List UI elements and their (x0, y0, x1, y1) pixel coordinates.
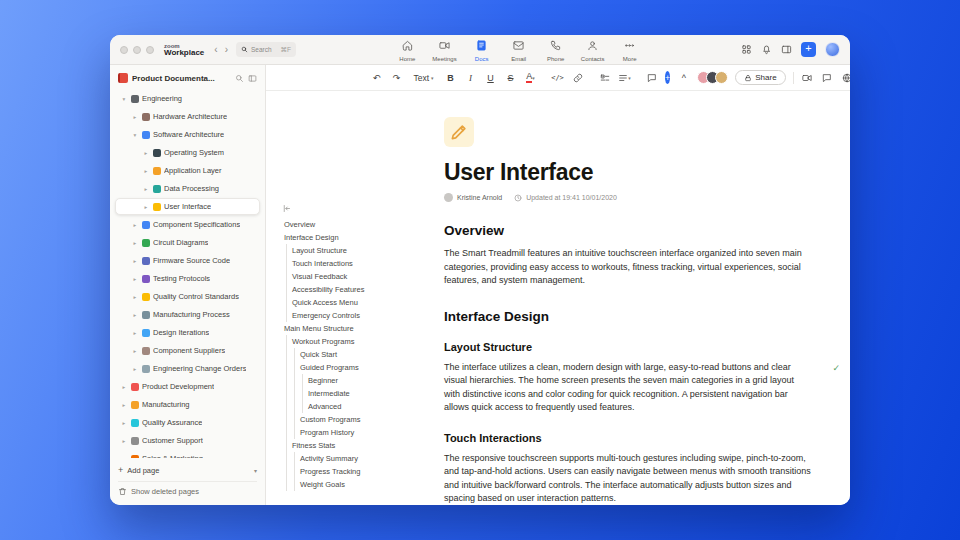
back-button[interactable]: ‹ (214, 44, 217, 55)
checklist-button[interactable] (598, 70, 611, 86)
chevron-right-icon[interactable]: ▸ (131, 222, 139, 228)
tree-item-product-development[interactable]: ▸Product Development (115, 378, 260, 395)
comment-button[interactable] (645, 70, 658, 86)
redo-button[interactable]: ↷ (390, 70, 403, 86)
show-deleted-pages-button[interactable]: Show deleted pages (118, 481, 257, 497)
outline-item-workout-programs[interactable]: Workout Programs (282, 335, 426, 348)
nav-email[interactable]: Email (507, 37, 531, 62)
tree-item-operating-system[interactable]: ▸Operating System (115, 144, 260, 161)
doc-paragraph[interactable]: The responsive touchscreen supports mult… (444, 452, 812, 506)
comments-panel-button[interactable] (821, 70, 834, 86)
outline-item-fitness-stats[interactable]: Fitness Stats (282, 439, 426, 452)
notifications-bell-icon[interactable] (761, 44, 772, 55)
close-window-button[interactable] (120, 46, 128, 54)
new-item-button[interactable]: + (801, 42, 816, 57)
chevron-down-icon[interactable]: ▾ (131, 132, 139, 138)
italic-button[interactable]: I (464, 70, 477, 86)
outline-item-accessibility-features[interactable]: Accessibility Features (282, 283, 426, 296)
chevron-right-icon[interactable]: ▸ (142, 186, 150, 192)
outline-item-intermediate[interactable]: Intermediate (282, 387, 426, 400)
outline-item-main-menu-structure[interactable]: Main Menu Structure (282, 322, 426, 335)
bold-button[interactable]: B (444, 70, 457, 86)
nav-more[interactable]: More (618, 37, 642, 62)
minimize-window-button[interactable] (133, 46, 141, 54)
tree-item-software-architecture[interactable]: ▾Software Architecture (115, 126, 260, 143)
maximize-window-button[interactable] (146, 46, 154, 54)
chevron-right-icon[interactable]: ▸ (142, 150, 150, 156)
outline-item-interface-design[interactable]: Interface Design (282, 231, 426, 244)
tree-item-engineering[interactable]: ▾Engineering (115, 90, 260, 107)
tree-item-sales-marketing[interactable]: ▸Sales & Marketing (115, 450, 260, 458)
outline-item-weight-goals[interactable]: Weight Goals (282, 478, 426, 491)
forward-button[interactable]: › (225, 44, 228, 55)
chevron-right-icon[interactable]: ▸ (142, 204, 150, 210)
doc-paragraph[interactable]: The Smart Treadmill features an intuitiv… (444, 247, 812, 288)
code-button[interactable]: </> (551, 70, 564, 86)
doc-heading-layout-structure[interactable]: Layout Structure (444, 341, 814, 353)
tree-item-component-suppliers[interactable]: ▸Component Suppliers (115, 342, 260, 359)
outline-item-activity-summary[interactable]: Activity Summary (282, 452, 426, 465)
chevron-right-icon[interactable]: ▸ (120, 420, 128, 426)
language-globe-button[interactable] (841, 70, 850, 86)
outline-item-progress-tracking[interactable]: Progress Tracking (282, 465, 426, 478)
chevron-right-icon[interactable]: ▸ (131, 294, 139, 300)
tree-item-engineering-change-orders[interactable]: ▸Engineering Change Orders (115, 360, 260, 377)
chevron-right-icon[interactable]: ▸ (131, 312, 139, 318)
chevron-right-icon[interactable]: ▸ (131, 330, 139, 336)
outline-item-emergency-controls[interactable]: Emergency Controls (282, 309, 426, 322)
chevron-right-icon[interactable]: ▸ (120, 402, 128, 408)
user-avatar[interactable] (825, 42, 840, 57)
doc-editor[interactable]: User Interface Kristine Arnold Updated a… (426, 91, 850, 505)
page-emoji-pencil-icon[interactable] (444, 117, 474, 147)
outline-item-visual-feedback[interactable]: Visual Feedback (282, 270, 426, 283)
collapse-toolbar-button[interactable]: ^ (677, 70, 690, 86)
tree-item-manufacturing[interactable]: ▸Manufacturing (115, 396, 260, 413)
chevron-right-icon[interactable]: ▸ (142, 168, 150, 174)
outline-item-quick-access-menu[interactable]: Quick Access Menu (282, 296, 426, 309)
page-title[interactable]: User Interface (444, 159, 814, 186)
underline-button[interactable]: U (484, 70, 497, 86)
tree-item-firmware-source-code[interactable]: ▸Firmware Source Code (115, 252, 260, 269)
doc-heading-overview[interactable]: Overview (444, 223, 814, 238)
tree-item-quality-control-standards[interactable]: ▸Quality Control Standards (115, 288, 260, 305)
share-button[interactable]: Share (735, 70, 785, 85)
tree-item-data-processing[interactable]: ▸Data Processing (115, 180, 260, 197)
chevron-right-icon[interactable]: ▸ (131, 114, 139, 120)
nav-home[interactable]: Home (395, 37, 419, 62)
outline-item-guided-programs[interactable]: Guided Programs (282, 361, 426, 374)
text-style-dropdown[interactable]: Text ▾ (417, 70, 430, 86)
insert-block-button[interactable]: + (665, 71, 670, 84)
outline-item-quick-start[interactable]: Quick Start (282, 348, 426, 361)
chevron-right-icon[interactable]: ▸ (131, 276, 139, 282)
outline-item-touch-interactions[interactable]: Touch Interactions (282, 257, 426, 270)
outline-item-advanced[interactable]: Advanced (282, 400, 426, 413)
chevron-right-icon[interactable]: ▸ (131, 366, 139, 372)
outline-item-beginner[interactable]: Beginner (282, 374, 426, 387)
add-page-button[interactable]: + Add page ▾ (118, 462, 257, 478)
global-search-input[interactable]: Search ⌘F (236, 42, 296, 57)
collaborator-avatar[interactable] (715, 71, 728, 84)
nav-phone[interactable]: Phone (544, 37, 568, 62)
tree-item-quality-assurance[interactable]: ▸Quality Assurance (115, 414, 260, 431)
doc-heading-touch-interactions[interactable]: Touch Interactions (444, 432, 814, 444)
nav-contacts[interactable]: Contacts (581, 37, 605, 62)
tree-item-testing-protocols[interactable]: ▸Testing Protocols (115, 270, 260, 287)
chevron-right-icon[interactable]: ▸ (120, 438, 128, 444)
sidebar-search-icon[interactable] (235, 74, 244, 83)
tree-item-hardware-architecture[interactable]: ▸Hardware Architecture (115, 108, 260, 125)
nav-meetings[interactable]: Meetings (432, 37, 456, 62)
tree-item-manufacturing-process[interactable]: ▸Manufacturing Process (115, 306, 260, 323)
doc-heading-interface-design[interactable]: Interface Design (444, 309, 814, 324)
chevron-right-icon[interactable]: ▸ (120, 384, 128, 390)
tree-item-design-iterations[interactable]: ▸Design Iterations (115, 324, 260, 341)
nav-docs[interactable]: Docs (470, 37, 494, 62)
apps-grid-icon[interactable] (741, 44, 752, 55)
sidebar-collapse-icon[interactable] (248, 74, 257, 83)
video-call-button[interactable] (801, 70, 814, 86)
strikethrough-button[interactable]: S (504, 70, 517, 86)
outline-item-layout-structure[interactable]: Layout Structure (282, 244, 426, 257)
doc-paragraph[interactable]: The interface utilizes a clean, modern d… (444, 361, 812, 415)
align-button[interactable]: ▾ (618, 70, 631, 86)
chevron-down-icon[interactable]: ▾ (120, 96, 128, 102)
tree-item-customer-support[interactable]: ▸Customer Support (115, 432, 260, 449)
